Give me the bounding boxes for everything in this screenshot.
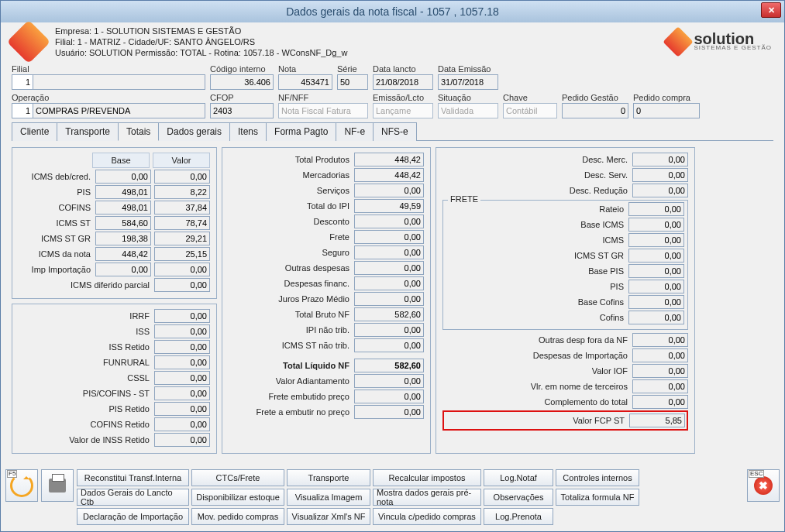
base-value[interactable]	[95, 216, 151, 230]
action-log-prenota[interactable]: Log.Prenota	[484, 508, 553, 525]
field-value[interactable]	[154, 402, 210, 416]
field-value[interactable]	[154, 355, 210, 369]
field-value[interactable]	[354, 338, 424, 352]
action-ctcs-frete[interactable]: CTCs/Frete	[191, 469, 284, 486]
field-value[interactable]	[354, 168, 424, 182]
field-value[interactable]	[354, 323, 424, 337]
field-value[interactable]	[354, 292, 424, 306]
field-value[interactable]	[354, 374, 424, 388]
action-recalcular-impostos[interactable]: Recalcular impostos	[373, 469, 481, 486]
field-value[interactable]	[628, 280, 684, 293]
f5-refresh-button[interactable]: F5	[5, 469, 38, 502]
field-value[interactable]	[628, 233, 684, 247]
action-log-notaf[interactable]: Log.Notaf	[484, 469, 553, 486]
field-value[interactable]	[354, 230, 424, 244]
cfop-input[interactable]	[210, 103, 274, 118]
base-value[interactable]	[95, 232, 151, 245]
action-disponibilizar-estoque[interactable]: Disponibilizar estoque	[191, 489, 284, 506]
valor-fcp-st-value[interactable]	[629, 414, 685, 427]
action-dados-gerais-do-lancto-ctb[interactable]: Dados Gerais do Lancto Ctb	[77, 489, 189, 506]
print-button[interactable]	[41, 469, 74, 502]
tab-nfs-e[interactable]: NFS-e	[373, 122, 417, 141]
tab-transporte[interactable]: Transporte	[57, 122, 119, 141]
base-value[interactable]	[95, 201, 151, 215]
field-value[interactable]	[154, 386, 210, 400]
operacao-num-input[interactable]	[12, 103, 33, 118]
field-value[interactable]	[354, 307, 424, 321]
action-mostra-dados-gerais-pr-nota[interactable]: Mostra dados gerais pré-nota	[373, 489, 481, 506]
pedido-compra-input[interactable]	[633, 103, 700, 118]
field-value[interactable]	[628, 202, 684, 216]
valor-value[interactable]	[154, 247, 210, 261]
data-lancto-input[interactable]	[373, 74, 433, 90]
icms-diferido-value[interactable]	[154, 278, 210, 292]
tab-forma-pagto[interactable]: Forma Pagto	[266, 122, 336, 141]
tab-cliente[interactable]: Cliente	[12, 122, 57, 141]
tab-itens[interactable]: Itens	[229, 122, 267, 141]
codigo-interno-input[interactable]	[210, 74, 274, 90]
tab-dados-gerais[interactable]: Dados gerais	[158, 122, 230, 141]
tab-nf-e[interactable]: NF-e	[336, 122, 374, 141]
situacao-select[interactable]: Validada	[438, 103, 498, 118]
field-value[interactable]	[354, 215, 424, 228]
action-mov-pedido-compras[interactable]: Mov. pedido compras	[191, 508, 284, 525]
field-value[interactable]	[632, 184, 688, 197]
action-totaliza-formula-nf[interactable]: Totaliza formula NF	[556, 489, 639, 506]
field-value[interactable]	[628, 295, 684, 309]
field-value[interactable]	[354, 153, 424, 166]
esc-close-button[interactable]: ESC ✖	[747, 469, 780, 502]
field-value[interactable]	[354, 261, 424, 275]
action-reconstitui-transf-interna[interactable]: Reconstitui Transf.Interna	[77, 469, 189, 486]
field-value[interactable]	[628, 311, 684, 324]
field-value[interactable]	[632, 153, 688, 166]
pedido-gestao-input[interactable]	[562, 103, 628, 118]
action-vincula-c-pedido-compras[interactable]: Vincula c/pedido compras	[373, 508, 481, 525]
valor-value[interactable]	[154, 170, 210, 184]
field-value[interactable]	[354, 245, 424, 259]
field-value[interactable]	[354, 276, 424, 290]
total-liquido-value[interactable]	[354, 359, 424, 372]
field-value[interactable]	[628, 218, 684, 232]
field-value[interactable]	[354, 390, 424, 403]
field-value[interactable]	[632, 379, 688, 393]
close-button[interactable]: ✕	[761, 2, 781, 18]
base-value[interactable]	[95, 247, 151, 261]
base-value[interactable]	[95, 263, 151, 276]
field-value[interactable]	[154, 340, 210, 354]
field-value[interactable]	[154, 433, 210, 447]
field-value[interactable]	[154, 309, 210, 323]
field-value[interactable]	[628, 249, 684, 263]
data-emissao-input[interactable]	[438, 74, 498, 90]
field-value[interactable]	[354, 405, 424, 419]
emissao-lcto-select[interactable]: Lançame	[373, 103, 433, 118]
base-value[interactable]	[95, 185, 151, 199]
field-value[interactable]	[154, 371, 210, 385]
field-value[interactable]	[628, 264, 684, 278]
field-value[interactable]	[632, 364, 688, 378]
valor-value[interactable]	[154, 232, 210, 245]
valor-value[interactable]	[154, 185, 210, 199]
chave-select[interactable]: Contábil	[503, 103, 557, 118]
field-value[interactable]	[154, 417, 210, 431]
base-value[interactable]	[95, 170, 151, 184]
action-observa-es[interactable]: Observações	[484, 489, 553, 506]
tab-totais[interactable]: Totais	[118, 122, 159, 141]
action-visualiza-imagem[interactable]: Visualiza Imagem	[287, 489, 370, 506]
field-value[interactable]	[354, 184, 424, 197]
nota-input[interactable]	[278, 74, 332, 90]
filial-num-input[interactable]	[12, 74, 33, 90]
operacao-text-input[interactable]	[33, 103, 205, 118]
action-visualizar-xml-s-nf[interactable]: Visualizar Xml's NF	[287, 508, 370, 525]
valor-value[interactable]	[154, 201, 210, 215]
field-value[interactable]	[632, 348, 688, 362]
field-value[interactable]	[154, 324, 210, 338]
nfnff-select[interactable]: Nota Fiscal Fatura	[278, 103, 368, 118]
field-value[interactable]	[632, 333, 688, 347]
valor-value[interactable]	[154, 263, 210, 276]
filial-text-input[interactable]	[33, 74, 205, 90]
field-value[interactable]	[354, 199, 424, 213]
valor-value[interactable]	[154, 216, 210, 230]
action-controles-internos[interactable]: Controles internos	[556, 469, 639, 486]
action-declara-o-de-importa-o[interactable]: Declaração de Importação	[77, 508, 189, 525]
field-value[interactable]	[632, 168, 688, 182]
